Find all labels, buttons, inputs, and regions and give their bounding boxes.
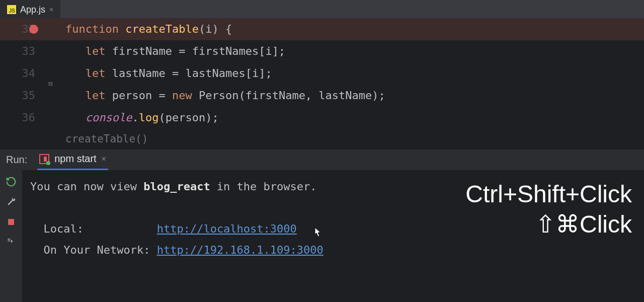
code-text: let lastName = lastNames[i]; (45, 62, 272, 85)
line-number[interactable]: 36 (0, 107, 45, 129)
tab-label: App.js (20, 5, 45, 15)
line-num-text: 34 (22, 67, 36, 80)
terminal-output[interactable]: You can now view blog_react in the brows… (22, 170, 644, 302)
npm-icon (39, 154, 49, 164)
code-text: function createTable(i) { (45, 18, 232, 40)
terminal-line-network: On Your Network: http://192.168.1.109:30… (30, 240, 636, 261)
line-number[interactable]: 35 (0, 85, 45, 107)
network-url-link[interactable]: http://192.168.1.109:3000 (157, 244, 324, 256)
wrench-icon[interactable] (6, 196, 17, 207)
close-icon[interactable]: × (102, 155, 106, 164)
layout-icon[interactable] (6, 237, 17, 248)
code-line[interactable]: 35 let person = new Person(firstName, la… (0, 85, 644, 107)
code-line[interactable]: 33 let firstName = firstNames[i]; (0, 40, 644, 62)
run-tool-window: You can now view blog_react in the brows… (0, 170, 644, 302)
line-num-text: 33 (22, 45, 36, 57)
local-url-link[interactable]: http://localhost:3000 (157, 222, 297, 235)
run-tab-label: npm start (54, 153, 96, 165)
run-tab-npm-start[interactable]: npm start × (37, 149, 108, 171)
code-line[interactable]: 32 ⊟ function createTable(i) { (0, 18, 644, 40)
shortcut-text-win: Ctrl+Shift+Click (465, 179, 632, 209)
shortcut-text-mac: ⇧⌘Click (465, 209, 632, 240)
line-num-text: 35 (22, 89, 36, 102)
js-file-icon: JS (7, 5, 16, 14)
line-number[interactable]: 33 (0, 40, 45, 62)
close-icon[interactable]: × (49, 6, 53, 14)
code-text: let person = new Person(firstName, lastN… (45, 85, 385, 107)
shortcut-overlay: Ctrl+Shift+Click ⇧⌘Click (465, 179, 632, 240)
rerun-icon[interactable] (6, 176, 17, 187)
run-panel-header: Run: npm start × (0, 149, 644, 170)
svg-rect-0 (8, 219, 14, 225)
editor-tabs: JS App.js × (0, 0, 644, 18)
code-line[interactable]: 34 let lastName = lastNames[i]; (0, 62, 644, 85)
parameter-hint: createTable() (0, 129, 644, 149)
tab-app-js[interactable]: JS App.js × (0, 0, 60, 18)
code-text: let firstName = firstNames[i]; (45, 40, 285, 62)
breakpoint-icon[interactable] (29, 25, 38, 34)
code-text: console.log(person); (45, 107, 219, 129)
code-line[interactable]: 36 console.log(person); (0, 107, 644, 129)
fold-icon[interactable]: ⊟ (48, 80, 55, 87)
code-editor[interactable]: 32 ⊟ function createTable(i) { 33 let fi… (0, 18, 644, 149)
line-num-text: 36 (22, 111, 36, 124)
run-label: Run: (3, 154, 30, 166)
line-number[interactable]: 32 (0, 18, 45, 40)
stop-icon[interactable] (6, 216, 17, 228)
run-toolbar (0, 170, 22, 302)
line-number[interactable]: 34 (0, 62, 45, 85)
